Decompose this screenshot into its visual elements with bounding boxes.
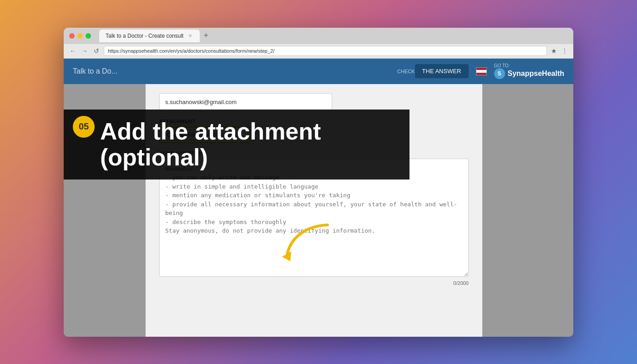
char-count: 0/2000: [159, 280, 469, 286]
top-nav: Talk to a Do... CHECK THE ANSWER GO TO: …: [64, 59, 573, 84]
attachment-section: ATTACHMENT Choose File No file chosen: [159, 119, 469, 143]
synappse-logo: S: [494, 68, 505, 79]
back-button[interactable]: ←: [68, 46, 77, 55]
choose-file-button[interactable]: Choose File: [162, 130, 201, 140]
browser-titlebar: Talk to a Doctor - Create consult ✕ +: [64, 28, 573, 44]
file-input-wrapper: Choose File No file chosen: [159, 127, 250, 143]
active-tab[interactable]: Talk to a Doctor - Create consult ✕: [99, 30, 200, 42]
menu-icon[interactable]: ⋮: [561, 47, 569, 55]
close-button[interactable]: [69, 33, 75, 39]
brand-name: SynappseHealth: [508, 70, 564, 78]
sidebar-right: [482, 84, 573, 337]
check-label: CHECK: [397, 69, 415, 74]
tab-bar: Talk to a Doctor - Create consult ✕ +: [99, 30, 210, 42]
email-field-row: s.suchanowski@gmail.com: [159, 93, 469, 111]
toolbar-icons: ★ ⋮: [550, 47, 569, 55]
main-area: s.suchanowski@gmail.com ATTACHMENT Choos…: [64, 84, 573, 337]
question-section: YOUR QUESTION 0/2000: [159, 150, 469, 286]
email-input[interactable]: s.suchanowski@gmail.com: [159, 93, 332, 111]
maximize-button[interactable]: [86, 33, 91, 39]
sidebar-left: [64, 84, 146, 337]
forward-button[interactable]: →: [80, 46, 89, 55]
check-answer-button[interactable]: THE ANSWER: [415, 64, 469, 78]
tab-title: Talk to a Doctor - Create consult: [106, 33, 183, 39]
browser-window: Talk to a Doctor - Create consult ✕ + ← …: [64, 28, 573, 337]
traffic-lights: [69, 33, 91, 39]
new-tab-button[interactable]: +: [202, 31, 210, 40]
tab-close-icon[interactable]: ✕: [187, 33, 193, 39]
bookmark-icon[interactable]: ★: [550, 47, 558, 55]
page-content: Talk to a Do... CHECK THE ANSWER GO TO: …: [64, 59, 573, 337]
question-textarea[interactable]: [159, 159, 469, 277]
address-bar[interactable]: https://synappsehealth.com/en/ys/a/docto…: [104, 46, 547, 56]
attachment-label: ATTACHMENT: [159, 119, 469, 124]
nav-right: CHECK THE ANSWER GO TO: S SynappseHealth: [397, 63, 564, 79]
nav-title: Talk to a Do...: [73, 67, 117, 75]
no-file-text: No file chosen: [205, 132, 239, 138]
goto-synappse: GO TO: S SynappseHealth: [494, 63, 564, 79]
refresh-button[interactable]: ↺: [92, 46, 101, 55]
flag-icon: [476, 67, 487, 75]
center-content: s.suchanowski@gmail.com ATTACHMENT Choos…: [146, 84, 482, 337]
browser-toolbar: ← → ↺ https://synappsehealth.com/en/ys/a…: [64, 44, 573, 59]
question-label: YOUR QUESTION: [159, 150, 469, 156]
minimize-button[interactable]: [77, 33, 83, 39]
check-answer-section: CHECK THE ANSWER: [397, 64, 468, 78]
